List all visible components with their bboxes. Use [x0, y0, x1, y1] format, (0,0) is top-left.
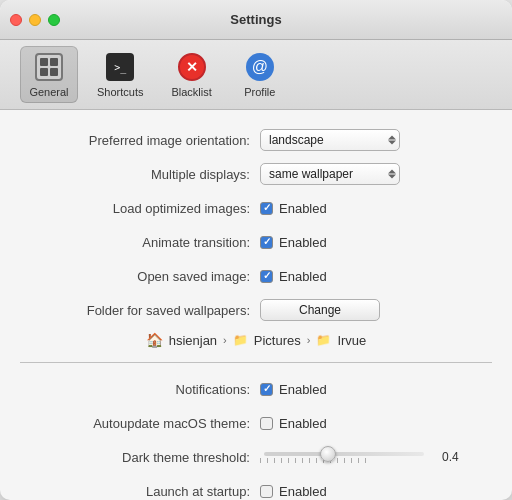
load-optimized-row: Load optimized images: Enabled	[20, 196, 492, 220]
window-title: Settings	[230, 12, 281, 27]
load-optimized-text: Enabled	[279, 201, 327, 216]
folder-row: Folder for saved wallpapers: Change	[20, 298, 492, 322]
slider-ticks	[260, 458, 366, 463]
preferred-image-label: Preferred image orientation:	[20, 133, 260, 148]
open-saved-text: Enabled	[279, 269, 327, 284]
autoupdate-label: Autoupdate macOS theme:	[20, 416, 260, 431]
dark-theme-value: 0.4	[442, 450, 459, 464]
section-divider	[20, 362, 492, 363]
dark-theme-label: Dark theme threshold:	[20, 450, 260, 465]
autoupdate-checkbox[interactable]	[260, 417, 273, 430]
autoupdate-control: Enabled	[260, 416, 327, 431]
dark-theme-control: 0.4	[260, 450, 459, 464]
launch-startup-row: Launch at startup: Enabled	[20, 479, 492, 500]
system-section: Notifications: Enabled Autoupdate macOS …	[0, 377, 512, 500]
preferred-image-row: Preferred image orientation: landscape p…	[20, 128, 492, 152]
tab-blacklist[interactable]: ✕ Blacklist	[162, 46, 220, 103]
multiple-displays-select-wrapper: same wallpaper different wallpaper	[260, 163, 400, 185]
path-folder-icon2: 📁	[316, 333, 331, 347]
toolbar: General >_ Shortcuts ✕ Blacklist @ Profi…	[0, 40, 512, 110]
notifications-checkbox[interactable]	[260, 383, 273, 396]
close-button[interactable]	[10, 14, 22, 26]
animate-transition-control: Enabled	[260, 235, 327, 250]
notifications-label: Notifications:	[20, 382, 260, 397]
open-saved-checkbox[interactable]	[260, 270, 273, 283]
tab-shortcuts-label: Shortcuts	[97, 86, 143, 98]
content-area: Preferred image orientation: landscape p…	[0, 110, 512, 500]
open-saved-label: Open saved image:	[20, 269, 260, 284]
multiple-displays-label: Multiple displays:	[20, 167, 260, 182]
notifications-row: Notifications: Enabled	[20, 377, 492, 401]
window-controls	[10, 14, 60, 26]
launch-startup-label: Launch at startup:	[20, 484, 260, 499]
animate-transition-text: Enabled	[279, 235, 327, 250]
load-optimized-label: Load optimized images:	[20, 201, 260, 216]
tab-general[interactable]: General	[20, 46, 78, 103]
launch-startup-control: Enabled	[260, 484, 327, 499]
notifications-control: Enabled	[260, 382, 327, 397]
tab-shortcuts[interactable]: >_ Shortcuts	[88, 46, 152, 103]
load-optimized-checkbox[interactable]	[260, 202, 273, 215]
display-section: Preferred image orientation: landscape p…	[0, 128, 512, 322]
tab-profile-label: Profile	[244, 86, 275, 98]
maximize-button[interactable]	[48, 14, 60, 26]
slider-track[interactable]	[264, 452, 424, 456]
tab-blacklist-label: Blacklist	[171, 86, 211, 98]
dark-theme-row: Dark theme threshold:	[20, 445, 492, 469]
animate-transition-row: Animate transition: Enabled	[20, 230, 492, 254]
load-optimized-control: Enabled	[260, 201, 327, 216]
settings-window: Settings General >_ Shortcuts ✕ Blacklis…	[0, 0, 512, 500]
preferred-image-select[interactable]: landscape portrait	[260, 129, 400, 151]
open-saved-control: Enabled	[260, 269, 327, 284]
slider-thumb[interactable]	[320, 446, 336, 462]
path-segment3: Irvue	[337, 333, 366, 348]
open-saved-row: Open saved image: Enabled	[20, 264, 492, 288]
preferred-image-control: landscape portrait	[260, 129, 400, 151]
path-arrow1: ›	[223, 334, 227, 346]
notifications-text: Enabled	[279, 382, 327, 397]
tab-general-label: General	[29, 86, 68, 98]
general-icon	[33, 51, 65, 83]
launch-startup-text: Enabled	[279, 484, 327, 499]
path-arrow2: ›	[307, 334, 311, 346]
preferred-image-select-wrapper: landscape portrait	[260, 129, 400, 151]
tab-profile[interactable]: @ Profile	[231, 46, 289, 103]
path-folder-icon1: 📁	[233, 333, 248, 347]
change-button[interactable]: Change	[260, 299, 380, 321]
animate-transition-checkbox[interactable]	[260, 236, 273, 249]
multiple-displays-row: Multiple displays: same wallpaper differ…	[20, 162, 492, 186]
autoupdate-text: Enabled	[279, 416, 327, 431]
path-row: 🏠 hsienjan › 📁 Pictures › 📁 Irvue	[0, 332, 512, 348]
path-segment1: hsienjan	[169, 333, 217, 348]
home-icon: 🏠	[146, 332, 163, 348]
shortcuts-icon: >_	[104, 51, 136, 83]
multiple-displays-control: same wallpaper different wallpaper	[260, 163, 400, 185]
profile-icon: @	[244, 51, 276, 83]
animate-transition-label: Animate transition:	[20, 235, 260, 250]
folder-control: Change	[260, 299, 380, 321]
launch-startup-checkbox[interactable]	[260, 485, 273, 498]
minimize-button[interactable]	[29, 14, 41, 26]
blacklist-icon: ✕	[176, 51, 208, 83]
path-segment2: Pictures	[254, 333, 301, 348]
autoupdate-row: Autoupdate macOS theme: Enabled	[20, 411, 492, 435]
folder-label: Folder for saved wallpapers:	[20, 303, 260, 318]
multiple-displays-select[interactable]: same wallpaper different wallpaper	[260, 163, 400, 185]
titlebar: Settings	[0, 0, 512, 40]
